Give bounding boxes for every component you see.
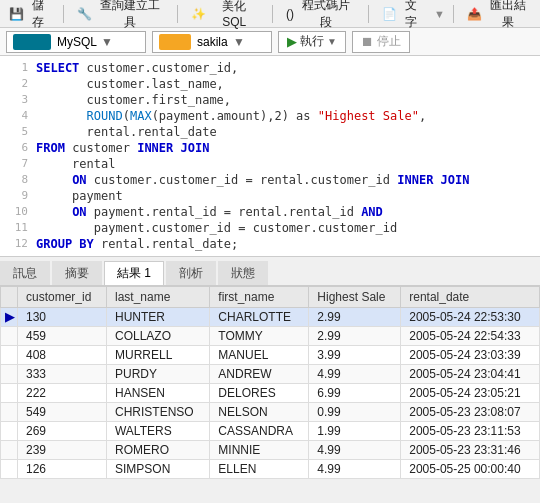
sakila-icon — [159, 34, 191, 50]
sql-editor[interactable]: 1 SELECT customer.customer_id, 2 custome… — [0, 56, 540, 257]
export-button[interactable]: 📤 匯出結果 — [462, 0, 536, 33]
sql-line-3: 3 customer.first_name, — [0, 92, 540, 108]
text-icon: 📄 — [382, 7, 397, 21]
beautify-icon: ✨ — [191, 7, 206, 21]
cell-first_name: CHARLOTTE — [210, 308, 309, 327]
cell-customer_id: 222 — [18, 384, 107, 403]
sql-code-6: FROM customer INNER JOIN — [36, 140, 209, 156]
cell-last_name: PURDY — [106, 365, 209, 384]
tab-msg[interactable]: 訊息 — [0, 261, 50, 285]
cell-customer_id: 333 — [18, 365, 107, 384]
table-row[interactable]: 459COLLAZOTOMMY2.992005-05-24 22:54:33 — [1, 327, 540, 346]
table-row[interactable]: ▶130HUNTERCHARLOTTE2.992005-05-24 22:53:… — [1, 308, 540, 327]
sql-code-8: ON customer.customer_id = rental.custome… — [36, 172, 470, 188]
row-arrow — [1, 441, 18, 460]
tab-status[interactable]: 狀態 — [218, 261, 268, 285]
col-highest-sale-header[interactable]: Highest Sale — [309, 287, 401, 308]
table-row[interactable]: 549CHRISTENSONELSON0.992005-05-23 23:08:… — [1, 403, 540, 422]
line-num-11: 11 — [4, 220, 28, 236]
cell-first_name: TOMMY — [210, 327, 309, 346]
connection-bar: MySQL ▼ sakila ▼ ▶ 執行 ▼ ⏹ 停止 — [0, 28, 540, 56]
line-num-7: 7 — [4, 156, 28, 172]
sep2 — [177, 5, 178, 23]
run-play-icon: ▶ — [287, 34, 297, 49]
row-arrow — [1, 403, 18, 422]
sql-code-12: GROUP BY rental.rental_date; — [36, 236, 238, 252]
table-row[interactable]: 239ROMEROMINNIE4.992005-05-23 23:31:46 — [1, 441, 540, 460]
table-row[interactable]: 269WALTERSCASSANDRA1.992005-05-23 23:11:… — [1, 422, 540, 441]
cell-rental_date: 2005-05-24 23:05:21 — [401, 384, 540, 403]
connection-name: MySQL — [57, 35, 97, 49]
cell-highest_sale: 4.99 — [309, 441, 401, 460]
col-first-name-header[interactable]: first_name — [210, 287, 309, 308]
cell-rental_date: 2005-05-23 23:08:07 — [401, 403, 540, 422]
sep5 — [453, 5, 454, 23]
cell-customer_id: 408 — [18, 346, 107, 365]
run-label: 執行 — [300, 33, 324, 50]
line-num-3: 3 — [4, 92, 28, 108]
sql-line-6: 6 FROM customer INNER JOIN — [0, 140, 540, 156]
line-num-4: 4 — [4, 108, 28, 124]
tab-result1[interactable]: 結果 1 — [104, 261, 164, 285]
code-snippet-icon: () — [286, 7, 294, 21]
results-table: customer_id last_name first_name Highest… — [0, 286, 540, 479]
database-selector[interactable]: sakila ▼ — [152, 31, 272, 53]
tab-summary[interactable]: 摘要 — [52, 261, 102, 285]
export-label: 匯出結果 — [485, 0, 531, 31]
sql-code-3: customer.first_name, — [36, 92, 231, 108]
result-tabs: 訊息 摘要 結果 1 剖析 狀態 — [0, 257, 540, 286]
query-builder-icon: 🔧 — [77, 7, 92, 21]
cell-rental_date: 2005-05-24 23:04:41 — [401, 365, 540, 384]
line-num-9: 9 — [4, 188, 28, 204]
save-button[interactable]: 💾 儲存 — [4, 0, 55, 33]
cell-highest_sale: 6.99 — [309, 384, 401, 403]
cell-first_name: ELLEN — [210, 460, 309, 479]
run-button[interactable]: ▶ 執行 ▼ — [278, 31, 346, 53]
sql-line-2: 2 customer.last_name, — [0, 76, 540, 92]
cell-first_name: MANUEL — [210, 346, 309, 365]
sql-line-4: 4 ROUND(MAX(payment.amount),2) as "Highe… — [0, 108, 540, 124]
row-arrow: ▶ — [1, 308, 18, 327]
tab-analyze[interactable]: 剖析 — [166, 261, 216, 285]
cell-highest_sale: 0.99 — [309, 403, 401, 422]
sql-line-9: 9 payment — [0, 188, 540, 204]
text-button[interactable]: 📄 文字 — [377, 0, 428, 33]
col-customer-id-header[interactable]: customer_id — [18, 287, 107, 308]
cell-last_name: SIMPSON — [106, 460, 209, 479]
table-row[interactable]: 408MURRELLMANUEL3.992005-05-24 23:03:39 — [1, 346, 540, 365]
stop-square-icon: ⏹ — [361, 34, 374, 49]
col-rental-date-header[interactable]: rental_date — [401, 287, 540, 308]
stop-button[interactable]: ⏹ 停止 — [352, 31, 410, 53]
sql-line-5: 5 rental.rental_date — [0, 124, 540, 140]
text-label: 文字 — [400, 0, 423, 31]
cell-highest_sale: 2.99 — [309, 308, 401, 327]
cell-rental_date: 2005-05-24 22:54:33 — [401, 327, 540, 346]
stop-label: 停止 — [377, 33, 401, 50]
line-num-10: 10 — [4, 204, 28, 220]
sep3 — [272, 5, 273, 23]
cell-highest_sale: 4.99 — [309, 365, 401, 384]
sql-code-4: ROUND(MAX(payment.amount),2) as "Highest… — [36, 108, 426, 124]
table-row[interactable]: 126SIMPSONELLEN4.992005-05-25 00:00:40 — [1, 460, 540, 479]
sql-line-11: 11 payment.customer_id = customer.custom… — [0, 220, 540, 236]
cell-last_name: WALTERS — [106, 422, 209, 441]
sql-code-5: rental.rental_date — [36, 124, 217, 140]
row-arrow — [1, 346, 18, 365]
sep4 — [368, 5, 369, 23]
col-last-name-header[interactable]: last_name — [106, 287, 209, 308]
cell-highest_sale: 1.99 — [309, 422, 401, 441]
cell-last_name: MURRELL — [106, 346, 209, 365]
cell-last_name: COLLAZO — [106, 327, 209, 346]
sep1 — [63, 5, 64, 23]
connection-selector[interactable]: MySQL ▼ — [6, 31, 146, 53]
line-num-5: 5 — [4, 124, 28, 140]
code-snippet-button[interactable]: () 程式碼片段 — [281, 0, 360, 33]
row-arrow — [1, 327, 18, 346]
sql-line-7: 7 rental — [0, 156, 540, 172]
table-row[interactable]: 222HANSENDELORES6.992005-05-24 23:05:21 — [1, 384, 540, 403]
save-label: 儲存 — [27, 0, 50, 31]
query-builder-button[interactable]: 🔧 查詢建立工具 — [72, 0, 170, 33]
sql-code-2: customer.last_name, — [36, 76, 224, 92]
beautify-button[interactable]: ✨ 美化 SQL — [186, 0, 264, 31]
table-row[interactable]: 333PURDYANDREW4.992005-05-24 23:04:41 — [1, 365, 540, 384]
